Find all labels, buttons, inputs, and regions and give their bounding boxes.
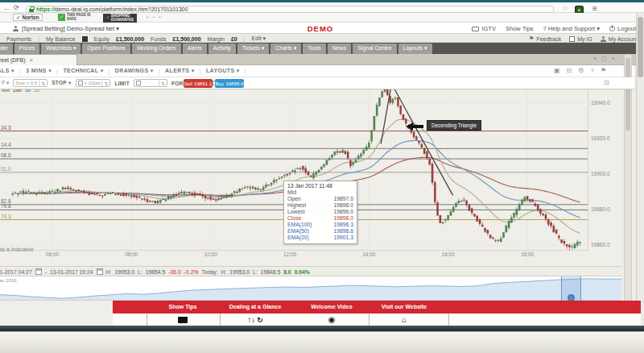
snapshot-icon[interactable]: ▣	[554, 67, 560, 74]
calendar-icon[interactable]	[35, 268, 42, 275]
navigator-area-chart[interactable]	[0, 276, 621, 300]
page-safe-badge[interactable]: ✓ THIS PAGE ISSAFE	[58, 14, 90, 21]
panel-restore-icon[interactable]: ▢	[601, 56, 607, 62]
stop-input[interactable]: × 10pts⇅	[76, 79, 111, 87]
url-scheme: https://	[36, 6, 55, 12]
chart-toolbar-3-mins[interactable]: 3 MINS ▾	[26, 68, 52, 74]
arrows-refresh-icon[interactable]: ↑↓↻	[231, 314, 279, 325]
menu-item-tickets[interactable]: Tickets ▾	[237, 44, 269, 54]
buy-label: Buy	[215, 81, 224, 86]
chart-toolbar: DEALS ▾|3 MINS ▾|TECHNICAL ▾|DRAWINGS ▾|…	[0, 65, 634, 77]
browser-menu-icon[interactable]: ≡	[592, 4, 597, 13]
norton-more-dots[interactable]: • • •	[147, 15, 163, 19]
panel-close-icon[interactable]: ×	[612, 56, 615, 62]
stop-dropdown[interactable]: STOP ▾	[52, 80, 71, 86]
back-icon[interactable]: ←	[3, 4, 10, 12]
chart-status-bar: 13-01-2017 04:27 - 13-01-2017 19:24 H: 1…	[0, 266, 621, 276]
scrollbar-thumb[interactable]	[625, 58, 630, 131]
address-bar[interactable]: https://demo-deal.ig.com/platform/index.…	[26, 6, 554, 13]
help-support-link[interactable]: ? Help and Support ▾	[543, 25, 600, 32]
chart-toolbar-drawings[interactable]: DRAWINGS ▾	[115, 68, 154, 74]
print-icon[interactable]: ⊟	[567, 67, 572, 74]
order-type-clipped[interactable]: P ▾	[2, 80, 9, 86]
size-stepper[interactable]: ⇅	[39, 81, 45, 86]
x-axis-label: 18:00	[518, 251, 537, 257]
my-account-link[interactable]: My Account	[601, 36, 638, 42]
caret-icon: ▾	[68, 80, 72, 85]
url-text[interactable]: https://demo-deal.ig.com/platform/index.…	[36, 6, 188, 12]
help-icon[interactable]: ?	[590, 67, 593, 74]
tooltip-value: 19898.6	[333, 228, 353, 235]
igtv-label: IGTV	[481, 25, 496, 32]
menu-item-news[interactable]: News	[328, 44, 352, 54]
limit-input[interactable]: ⇅	[134, 79, 167, 87]
tooltip-value: 19898.0	[333, 215, 353, 222]
tab-wall-street-dfb[interactable]: Wall Street (DFB) ×	[0, 54, 77, 65]
show-tips-link[interactable]: Show Tips	[506, 25, 534, 32]
menu-item-activity[interactable]: Activity	[208, 44, 236, 54]
reload-icon[interactable]: ⟳	[14, 4, 19, 11]
chart-toolbar-alerts[interactable]: ALERTS ▾	[165, 68, 195, 74]
payments-link[interactable]: Payments	[6, 36, 31, 42]
edit-menu[interactable]: Edit ▾	[252, 35, 266, 42]
menu-item-prices[interactable]: Prices	[14, 44, 39, 54]
chart-toolbar-layouts[interactable]: LAYOUTS ▾	[206, 68, 240, 74]
menu-item-working-orders[interactable]: Working Orders	[132, 44, 181, 54]
y-axis-label: 19860.0	[591, 242, 625, 247]
y-axis-label: 19920.0	[591, 135, 625, 141]
bookmark-star-icon[interactable]: ☆	[562, 4, 568, 12]
descending-triangle-annotation[interactable]: Decending Triangle	[427, 120, 481, 131]
menu-item-finder[interactable]: Finder	[0, 44, 13, 54]
record-circle-icon[interactable]: ◉	[308, 314, 356, 325]
scrollbar-thumb[interactable]	[638, 17, 643, 77]
panel-menu-icon[interactable]: ≡	[593, 56, 597, 62]
menu-item-open-positions[interactable]: Open Positions	[82, 44, 130, 54]
flag-icon[interactable]: ⚑	[601, 67, 606, 74]
igtv-link[interactable]: IGTV	[472, 25, 496, 32]
menu-item-layouts[interactable]: Layouts ▾	[398, 44, 432, 54]
tooltip-label: EMA(50)	[287, 228, 309, 235]
today-low-value: 19848.5	[261, 269, 281, 275]
logout-link[interactable]: Logout	[609, 25, 636, 32]
stop-stepper[interactable]: ⇅	[101, 81, 108, 86]
expand-panel-icon[interactable]: ⊡	[604, 79, 609, 86]
sell-price: 19891.1	[194, 81, 212, 86]
workspace-tab-row: Wall Street (DFB) × ≡▢×	[0, 54, 644, 65]
app-header: [Spread Betting] Demo-Spread bet ▾ DEMO …	[0, 23, 644, 33]
my-balance-link[interactable]: My Balance	[46, 36, 76, 42]
promo-visit-website[interactable]: Visit our Website	[356, 304, 452, 309]
my-ig-label: My IG	[577, 36, 592, 42]
sell-button[interactable]: Sell 19891.1	[184, 79, 213, 88]
divider: |	[200, 69, 201, 74]
menu-item-charts[interactable]: Charts ▾	[270, 44, 301, 54]
stop-checkbox[interactable]	[78, 81, 83, 85]
workspace-scrollbar[interactable]	[624, 54, 632, 326]
buy-button[interactable]: Buy 19895.9	[215, 79, 244, 88]
menu-item-alerts[interactable]: Alerts	[183, 44, 207, 54]
shopping-guarantee-badge[interactable]: ✓ SHOPPINGGUARANTEE	[103, 14, 137, 23]
tab-close-icon[interactable]: ×	[30, 56, 34, 64]
account-selector[interactable]: [Spread Betting] Demo-Spread bet ▾	[13, 25, 119, 32]
tab-title: Wall Street (DFB)	[0, 57, 26, 63]
speech-bubble-icon[interactable]	[159, 314, 207, 325]
menu-item-watchlists[interactable]: Watchlists ▾	[41, 44, 80, 54]
high-value: 19953.0	[114, 269, 134, 275]
norton-badge[interactable]: ✓ Norton	[13, 14, 43, 21]
limit-checkbox[interactable]	[136, 81, 141, 85]
limit-stepper[interactable]: ⇅	[159, 81, 165, 86]
chart-toolbar-deals[interactable]: DEALS ▾	[0, 68, 14, 74]
tooltip-row-ema50: EMA(50)19898.6	[287, 228, 353, 235]
settings-gear-icon[interactable]: ⚙	[578, 67, 584, 74]
menu-item-signal-centre[interactable]: Signal Centre	[353, 44, 396, 54]
home-icon[interactable]: ⌂	[380, 314, 428, 325]
chart-navigator[interactable]: Jan 2016	[0, 276, 621, 301]
chart-toolbar-technical[interactable]: TECHNICAL ▾	[63, 68, 103, 74]
tooltip-row-open: Open19897.0	[287, 196, 353, 202]
tooltip-value: 19898.0	[333, 202, 353, 209]
page-scrollbar[interactable]	[636, 13, 644, 326]
menu-item-tools[interactable]: Tools	[303, 44, 325, 54]
my-ig-link[interactable]: My IG	[569, 36, 592, 42]
calendar-icon[interactable]	[97, 268, 103, 275]
feedback-link[interactable]: ⚑Feedback	[529, 35, 561, 42]
size-input[interactable]: Size × 0.5⇅	[13, 79, 47, 87]
